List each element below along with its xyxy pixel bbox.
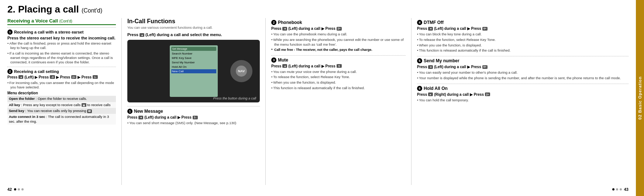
sub1-bullet-2: If a call is incoming as the stereo ears… (7, 51, 116, 65)
footer-dots-right (612, 188, 622, 190)
sub1-bold: Press the stereo earset key to receive t… (7, 36, 116, 40)
hold-all-section: 6 Hold All On Press ► (Right) during a c… (417, 84, 628, 103)
phone-caption: Press the button during a call (213, 97, 256, 100)
dtmf-bullet-4: This function is released automatically … (417, 48, 628, 53)
screen-item-5: New Call (171, 69, 216, 73)
send-my-num-section: 5 Send My number Press ◄ (Left) during a… (417, 56, 628, 81)
page-title: 2. Placing a call (Cont'd) (7, 4, 628, 15)
right-left-col: 2 Phonebook Press ◄ (Left) during a call… (271, 18, 411, 185)
screen-item-3: Send My Number (171, 60, 216, 64)
hold-all-title: 6 Hold All On (417, 86, 628, 91)
page-num-right: 43 (624, 187, 628, 192)
phone-screen: Set Message Search Number MFE Key Save S… (170, 45, 218, 97)
mid-column: In-Call Functions You can use various co… (122, 18, 266, 185)
dtmf-title: 4 DTMF Off (417, 20, 628, 25)
dtmf-bullet-1: You can block the key tone during a call… (417, 32, 628, 37)
main-content: 2. Placing a call (Cont'd) Receiving a V… (0, 0, 636, 196)
mid-section-title: In-Call Functions (127, 18, 260, 25)
send-my-num-left-key: ◄ (428, 65, 433, 69)
dtmf-left-key: ◄ (428, 27, 433, 31)
menu-key-1: Open the folder : Open the folder to rec… (7, 96, 116, 102)
nav-inner: NAV (236, 66, 247, 77)
sub2-title: 2 Receiving a call setting (7, 69, 116, 74)
phonebook-bullet-1: You can use the phonebook menu during a … (271, 32, 406, 37)
hold-all-bullet-1: You can hold the call temporary. (417, 98, 628, 103)
new-msg-num: 1 (127, 109, 132, 114)
mute-num: 3 (271, 57, 276, 63)
new-msg-left-key: ◄ (138, 116, 143, 119)
phonebook-title: 2 Phonebook (271, 20, 406, 25)
sub1-bullet-1: After the call is finished, press or pre… (7, 41, 116, 50)
sub2-callsetting: 2 Receiving a call setting Press ◄ (Left… (7, 67, 116, 125)
send-my-num-circle: 5 (417, 58, 422, 63)
mute-title: 3 Mute (271, 57, 406, 63)
hold-all-right-key: ► (428, 92, 433, 96)
any-key-icon: ▣ (82, 103, 86, 107)
left-column: Receiving a Voice Call (Cont'd) 1 Receiv… (7, 18, 122, 185)
sub2-press-seq: Press ◄ (Left) ▶ Press -9 ▶ Press 2+ ▶ P… (7, 75, 116, 79)
screen-item-2: MFE Key Save (171, 56, 216, 60)
mid-press-instruction: Press ◄ (Left) during a call and select … (127, 32, 260, 37)
dtmf-bullet-2: To release the function, select Release … (417, 38, 628, 42)
sidebar-label: 02 Basic Operation (638, 76, 642, 120)
right-columns: 2 Phonebook Press ◄ (Left) during a call… (266, 18, 628, 185)
page-num-left: 42 (7, 187, 12, 192)
phonebook-bullet-2: While you are searching the phonebook, y… (271, 38, 406, 47)
screen-header: Set Message (171, 47, 216, 51)
menu-row-1: Open the folder : Open the folder to rec… (7, 96, 116, 102)
phonebook-press-seq: Press ◄ (Left) during a call ▶ Press 2+ (271, 27, 406, 31)
phonebook-bullet-3: Call me free - The receiver, not the cal… (271, 48, 406, 52)
phonebook-section: 2 Phonebook Press ◄ (Left) during a call… (271, 18, 406, 52)
send-my-num-press-seq: Press ◄ (Left) during a call ▶ Press 5+ (417, 65, 628, 69)
dot-1 (14, 188, 16, 190)
send-key-icon: ☎ (87, 109, 92, 113)
right-right-col: 4 DTMF Off Press ◄ (Left) during a call … (411, 18, 628, 185)
menu-row-3: Send key : You can receive calls only by… (7, 108, 116, 114)
dot-5 (616, 188, 618, 190)
nav-circle: NAV (230, 60, 252, 82)
menu-key-4: Auto connect in 3 sec : The call is conn… (7, 114, 116, 125)
menu-desc-title: Menu description (7, 91, 116, 95)
mute-press-seq: Press ◄ (Left) during a call ▶ Press 5 (271, 64, 406, 68)
dtmf-bullet-3: When you use the function, is displayed. (417, 43, 628, 48)
sub2-bullet-1: For incoming calls, you can answer the c… (7, 81, 116, 90)
menu-key-2: All key : Press any key except to receiv… (7, 102, 116, 108)
menu-table: Open the folder : Open the folder to rec… (7, 96, 116, 125)
dot-6 (620, 188, 622, 190)
dot-3 (21, 188, 24, 190)
mute-bullet-3: When you use the function, is displayed. (271, 80, 406, 85)
sub2-num: 2 (7, 69, 13, 74)
menu-row-4: Auto connect in 3 sec : The call is conn… (7, 114, 116, 125)
send-my-num-bullet-2: Your number is displayed while the phone… (417, 76, 628, 81)
sub1-earset: 1 Receiving a call with a stereo earset … (7, 27, 116, 65)
phonebook-left-key: ◄ (282, 27, 287, 31)
new-msg-press-seq: Press ◄ (Left) during a call ▶ Press 1- (127, 115, 260, 119)
mid-subtitle: You can use various convenient functions… (127, 25, 260, 29)
new-message-section: 1 New Message Press ◄ (Left) during a ca… (127, 106, 260, 125)
page-footer: 42 43 (7, 185, 628, 192)
mute-section: 3 Mute Press ◄ (Left) during a call ▶ Pr… (271, 55, 406, 91)
content-area: Receiving a Voice Call (Cont'd) 1 Receiv… (7, 18, 628, 185)
phonebook-num: 2 (271, 20, 276, 25)
screen-item-1: Search Number (171, 52, 216, 56)
dtmf-section: 4 DTMF Off Press ◄ (Left) during a call … (417, 18, 628, 53)
dtmf-num: 4 (417, 20, 422, 25)
footer-dots-left (14, 188, 24, 190)
sub1-title: 1 Receiving a call with a stereo earset (7, 29, 116, 35)
mute-left-key: ◄ (282, 64, 287, 68)
mute-bullet-2: To release the function, select Release … (271, 75, 406, 80)
hold-all-num: 6 (417, 86, 422, 91)
mute-bullet-1: You can mute your voice over the phone d… (271, 70, 406, 74)
new-message-title: 1 New Message (127, 109, 260, 114)
dot-4 (612, 188, 614, 190)
dtmf-press-seq: Press ◄ (Left) during a call ▶ Press 4+ (417, 27, 628, 31)
mute-bullet-4: This function is released automatically … (271, 86, 406, 91)
phone-image-area: Set Message Search Number MFE Key Save S… (127, 40, 260, 102)
hold-all-press-seq: Press ► (Right) during a call ▶ Press 2+ (417, 92, 628, 97)
mid-left-key: ◄ (140, 33, 144, 37)
send-my-num-bullet-1: You can easily send your number to other… (417, 70, 628, 75)
dot-2 (18, 188, 20, 190)
left-section-title: Receiving a Voice Call (Cont'd) (7, 18, 116, 25)
send-my-num-title: 5 Send My number (417, 58, 628, 63)
left-key-icon: ◄ (18, 75, 23, 79)
